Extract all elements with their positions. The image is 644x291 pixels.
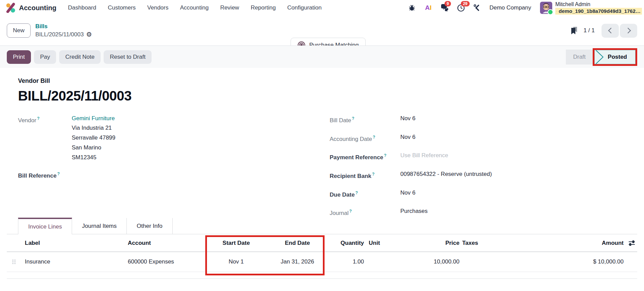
print-button[interactable]: Print	[7, 50, 31, 64]
state-chevron-icon	[595, 50, 604, 64]
vendor-label: Vendor	[18, 117, 36, 124]
table-header-row: Label Account Start Date End Date Quanti…	[7, 235, 637, 252]
tab-other-info[interactable]: Other Info	[127, 218, 173, 234]
help-icon[interactable]: ?	[352, 116, 354, 121]
col-header-end-date[interactable]: End Date	[268, 240, 326, 247]
bill-reference-label: Bill Reference	[18, 172, 56, 179]
col-header-label[interactable]: Label	[21, 240, 121, 247]
new-button[interactable]: New	[7, 23, 31, 38]
tools-icon[interactable]	[473, 4, 481, 12]
notebook-tabs: Invoice Lines Journal Items Other Info	[18, 218, 173, 234]
cell-end-date[interactable]: Jan 31, 2026	[268, 258, 326, 265]
online-status-dot	[547, 9, 553, 15]
recipient-bank-value[interactable]: 00987654322 - Reserve (untrusted)	[400, 170, 492, 181]
col-header-start-date[interactable]: Start Date	[204, 240, 268, 247]
tab-journal-items[interactable]: Journal Items	[72, 218, 127, 234]
table-row[interactable]: Insurance 600000 Expenses Nov 1 Jan 31, …	[7, 252, 637, 272]
bookmark-icon[interactable]	[570, 26, 578, 35]
drag-handle-icon[interactable]	[12, 259, 16, 265]
field-journal: Journal? Purchases	[330, 207, 588, 218]
database-name: demo_190_1b8a709d49d3_1762…	[555, 8, 642, 15]
company-switcher[interactable]: Demo Company	[489, 4, 531, 11]
vendor-address-line: SM12345	[72, 152, 116, 162]
help-icon[interactable]: ?	[37, 116, 39, 121]
breadcrumb-bills[interactable]: Bills	[35, 22, 92, 31]
cell-account[interactable]: 600000 Expenses	[121, 258, 204, 265]
field-bill-date: Bill Date? Nov 6	[330, 114, 588, 125]
help-icon[interactable]: ?	[372, 172, 375, 177]
col-header-amount[interactable]: Amount	[537, 240, 626, 247]
payment-reference-placeholder[interactable]: Use Bill Reference	[400, 151, 448, 162]
accounting-app-icon[interactable]	[5, 3, 16, 13]
col-header-account[interactable]: Account	[121, 240, 204, 247]
top-navbar: Accounting Dashboard Customers Vendors A…	[0, 0, 644, 16]
bug-icon[interactable]	[408, 4, 416, 12]
help-icon[interactable]: ?	[384, 153, 386, 158]
menu-configuration[interactable]: Configuration	[287, 4, 321, 11]
avatar	[540, 2, 552, 14]
menu-dashboard[interactable]: Dashboard	[68, 4, 96, 11]
state-draft[interactable]: Draft	[566, 50, 593, 65]
cell-quantity[interactable]: 1.00	[326, 258, 366, 265]
cell-start-date[interactable]: Nov 1	[204, 258, 268, 265]
help-icon[interactable]: ?	[355, 190, 358, 195]
table-footer-area	[7, 272, 637, 279]
journal-value[interactable]: Purchases	[400, 207, 428, 218]
optional-columns-icon[interactable]	[628, 240, 635, 246]
help-icon[interactable]: ?	[349, 209, 352, 214]
tab-invoice-lines[interactable]: Invoice Lines	[18, 218, 72, 234]
due-date-value[interactable]: Nov 6	[400, 188, 415, 199]
menu-review[interactable]: Review	[220, 4, 239, 11]
highlight-box-posted: Posted	[593, 48, 637, 66]
form-sheet: Vendor Bill BILL/2025/11/0003 Vendor? Ge…	[0, 68, 644, 291]
messages-badge: 9	[445, 1, 451, 6]
messages-icon[interactable]: 9	[440, 4, 449, 12]
pager-previous-button[interactable]	[602, 24, 619, 38]
cell-price[interactable]: 10,000.00	[415, 258, 462, 265]
menu-customers[interactable]: Customers	[108, 4, 136, 11]
control-panel: New Bills BILL/2025/11/0003 ⚙ Purchase M…	[0, 16, 644, 46]
vendor-name-link[interactable]: Gemini Furniture	[72, 114, 116, 123]
chevron-right-icon	[625, 28, 631, 34]
activities-clock-icon[interactable]: 29	[457, 4, 465, 12]
field-bill-reference[interactable]: Bill Reference?	[18, 169, 60, 180]
field-due-date: Due Date? Nov 6	[330, 188, 588, 199]
navbar-right: AI 9 29 Demo Company	[408, 1, 642, 15]
invoice-lines-table: Label Account Start Date End Date Quanti…	[7, 235, 637, 279]
menu-accounting[interactable]: Accounting	[180, 4, 209, 11]
help-icon[interactable]: ?	[57, 171, 59, 176]
menu-vendors[interactable]: Vendors	[147, 4, 168, 11]
user-name: Mitchell Admin	[555, 1, 642, 8]
col-header-price[interactable]: Price	[415, 240, 462, 247]
vendor-address-line: Via Industria 21	[72, 123, 116, 133]
vendor-address-line: Serravalle 47899	[72, 133, 116, 143]
cell-label[interactable]: Insurance	[21, 258, 121, 265]
breadcrumb-current: BILL/2025/11/0003	[35, 31, 84, 39]
field-vendor: Vendor? Gemini Furniture Via Industria 2…	[18, 114, 116, 162]
cell-amount[interactable]: $ 10,000.00	[537, 258, 626, 265]
app-name[interactable]: Accounting	[19, 4, 56, 12]
vendor-address-line: San Marino	[72, 143, 116, 152]
state-widget: Draft Posted	[566, 48, 637, 66]
pager-next-button[interactable]	[620, 24, 637, 38]
field-payment-reference: Payment Reference? Use Bill Reference	[330, 151, 588, 162]
activities-badge: 29	[461, 1, 469, 6]
accounting-date-value[interactable]: Nov 6	[400, 133, 415, 144]
breadcrumb: Bills BILL/2025/11/0003 ⚙	[35, 22, 92, 39]
reset-to-draft-button[interactable]: Reset to Draft	[104, 50, 152, 64]
bill-date-value[interactable]: Nov 6	[400, 114, 415, 125]
gear-icon[interactable]: ⚙	[86, 31, 92, 38]
credit-note-button[interactable]: Credit Note	[59, 50, 101, 64]
col-header-taxes[interactable]: Taxes	[462, 240, 537, 247]
document-type-label: Vendor Bill	[18, 77, 50, 85]
right-field-group: Bill Date? Nov 6 Accounting Date? Nov 6 …	[330, 114, 588, 225]
col-header-unit[interactable]: Unit	[366, 240, 415, 247]
status-bar: Print Pay Credit Note Reset to Draft Dra…	[0, 46, 644, 68]
pay-button[interactable]: Pay	[34, 50, 56, 64]
col-header-quantity[interactable]: Quantity	[326, 240, 366, 247]
help-icon[interactable]: ?	[373, 135, 375, 140]
state-posted[interactable]: Posted	[594, 50, 636, 64]
ai-icon[interactable]: AI	[424, 4, 432, 12]
user-menu[interactable]: Mitchell Admin demo_190_1b8a709d49d3_176…	[540, 1, 642, 15]
menu-reporting[interactable]: Reporting	[251, 4, 276, 11]
